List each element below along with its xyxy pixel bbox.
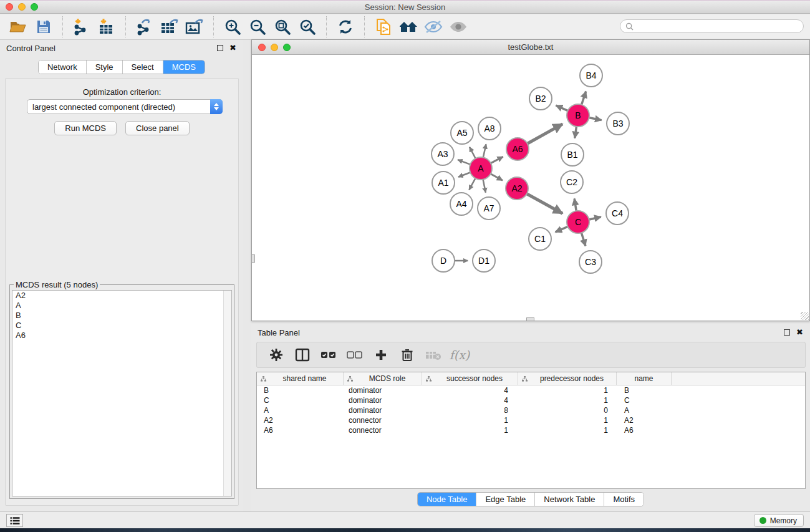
tab-style[interactable]: Style	[87, 60, 123, 74]
edge-A2-C[interactable]	[526, 193, 562, 214]
graph-node-A[interactable]: A	[469, 157, 493, 180]
zoom-out-icon[interactable]	[245, 17, 270, 37]
result-list-item[interactable]: B	[12, 311, 231, 321]
splitter-grip-bottom[interactable]	[526, 317, 534, 321]
delete-columns-icon[interactable]	[395, 345, 419, 365]
memory-button[interactable]: Memory	[754, 514, 804, 527]
table-cell[interactable]: 1	[422, 425, 518, 435]
column-header-predecessor-nodes[interactable]: predecessor nodes	[518, 372, 617, 385]
function-builder-icon[interactable]: f(x)	[448, 345, 471, 365]
result-list-item[interactable]: A	[12, 301, 231, 311]
table-cell[interactable]: connector	[344, 425, 422, 435]
import-table-icon[interactable]	[94, 17, 119, 37]
close-table-panel-icon[interactable]: ✖	[796, 329, 804, 337]
mcds-result-list[interactable]: A2ABCA6	[12, 290, 232, 496]
tab-network-table[interactable]: Network Table	[535, 493, 604, 506]
graph-node-A1[interactable]: A1	[432, 171, 455, 195]
table-cell[interactable]: 1	[518, 395, 617, 405]
export-network-icon[interactable]	[132, 17, 157, 37]
table-row[interactable]: Cdominator41C	[257, 395, 805, 405]
column-header-MCDS-role[interactable]: MCDS role	[344, 372, 422, 385]
deselect-all-columns-icon[interactable]	[343, 345, 367, 365]
graph-node-C[interactable]: C	[566, 210, 590, 234]
table-cell[interactable]: 1	[518, 425, 617, 435]
table-cell[interactable]: A2	[617, 415, 672, 425]
graph-node-A4[interactable]: A4	[450, 192, 473, 216]
edge-B-B3[interactable]	[588, 117, 602, 120]
delete-table-icon[interactable]	[422, 345, 445, 365]
table-cell[interactable]: dominator	[344, 405, 422, 415]
search-input[interactable]	[637, 22, 803, 31]
graph-node-C3[interactable]: C3	[579, 250, 602, 274]
graph-node-D1[interactable]: D1	[472, 249, 496, 273]
edge-A6-B[interactable]	[526, 124, 562, 144]
refresh-view-icon[interactable]	[333, 17, 358, 37]
table-cell[interactable]: A	[617, 405, 672, 415]
edge-A-A7[interactable]	[483, 178, 486, 193]
window-resize-grip[interactable]	[801, 312, 809, 320]
graph-node-A2[interactable]: A2	[505, 177, 529, 200]
tab-network[interactable]: Network	[39, 60, 87, 74]
table-cell[interactable]: A	[257, 405, 344, 415]
task-history-button[interactable]	[6, 514, 23, 527]
tab-node-table[interactable]: Node Table	[418, 493, 477, 506]
table-settings-icon[interactable]	[264, 345, 288, 365]
table-cell[interactable]: 4	[422, 385, 518, 395]
graph-node-C4[interactable]: C4	[605, 201, 629, 225]
graph-node-B4[interactable]: B4	[579, 64, 603, 87]
add-column-icon[interactable]	[369, 345, 393, 365]
graph-node-A5[interactable]: A5	[450, 121, 474, 145]
zoom-fit-icon[interactable]	[270, 17, 295, 37]
table-row[interactable]: Bdominator41B	[257, 385, 805, 395]
graph-node-B3[interactable]: B3	[606, 112, 630, 135]
network-from-file-icon[interactable]	[371, 17, 396, 37]
result-list-item[interactable]: A2	[12, 291, 231, 301]
tab-motifs[interactable]: Motifs	[604, 493, 644, 506]
table-cell[interactable]: 1	[518, 415, 617, 425]
table-cell[interactable]: B	[257, 385, 344, 395]
table-cell[interactable]: 8	[422, 405, 518, 415]
edge-C-C3[interactable]	[581, 231, 586, 246]
network-canvas[interactable]: B4B2BB3A5A8A6B1A3AC2A1A2A4A7C4CC1C3DD1	[252, 56, 809, 321]
edge-A-A2[interactable]	[489, 173, 503, 181]
float-table-panel-icon[interactable]	[783, 329, 791, 337]
graph-node-B[interactable]: B	[566, 104, 590, 127]
result-list-item[interactable]: A6	[12, 331, 231, 341]
table-cell[interactable]: 1	[518, 385, 617, 395]
zoom-selected-icon[interactable]	[295, 17, 320, 37]
save-session-icon[interactable]	[31, 17, 56, 37]
zoom-in-icon[interactable]	[220, 17, 245, 37]
export-table-icon[interactable]	[157, 17, 182, 37]
table-cell[interactable]: A6	[257, 425, 344, 435]
tab-select[interactable]: Select	[123, 60, 163, 74]
table-cell[interactable]: 0	[518, 405, 617, 415]
edge-A-A4[interactable]	[469, 177, 476, 190]
graph-node-A6[interactable]: A6	[506, 137, 529, 161]
split-columns-icon[interactable]	[291, 345, 314, 365]
graph-node-C1[interactable]: C1	[528, 227, 552, 251]
result-scrollbar[interactable]	[223, 291, 231, 496]
table-cell[interactable]: A2	[257, 415, 344, 425]
search-field[interactable]	[620, 19, 804, 33]
column-header-successor-nodes[interactable]: successor nodes	[422, 372, 518, 385]
network-window-titlebar[interactable]: testGlobe.txt	[252, 40, 809, 55]
hide-others-icon[interactable]	[421, 17, 446, 37]
run-mcds-button[interactable]: Run MCDS	[54, 121, 117, 135]
table-row[interactable]: A6connector11A6	[257, 425, 805, 435]
close-panel-button[interactable]: Close panel	[125, 121, 190, 135]
table-cell[interactable]: 1	[422, 415, 518, 425]
graph-node-A8[interactable]: A8	[478, 117, 501, 140]
table-cell[interactable]: 4	[422, 395, 518, 405]
table-cell[interactable]: C	[617, 395, 672, 405]
home-layout-icon[interactable]	[396, 17, 421, 37]
select-all-columns-icon[interactable]	[317, 345, 340, 365]
table-cell[interactable]: dominator	[344, 395, 422, 405]
graph-node-B1[interactable]: B1	[561, 143, 584, 167]
export-image-icon[interactable]	[182, 17, 207, 37]
close-panel-icon[interactable]: ✖	[229, 44, 237, 52]
table-row[interactable]: A2connector11A2	[257, 415, 805, 425]
table-cell[interactable]: C	[257, 395, 344, 405]
column-header-shared-name[interactable]: shared name	[257, 372, 344, 385]
table-cell[interactable]: A6	[617, 425, 672, 435]
tab-edge-table[interactable]: Edge Table	[476, 493, 535, 506]
